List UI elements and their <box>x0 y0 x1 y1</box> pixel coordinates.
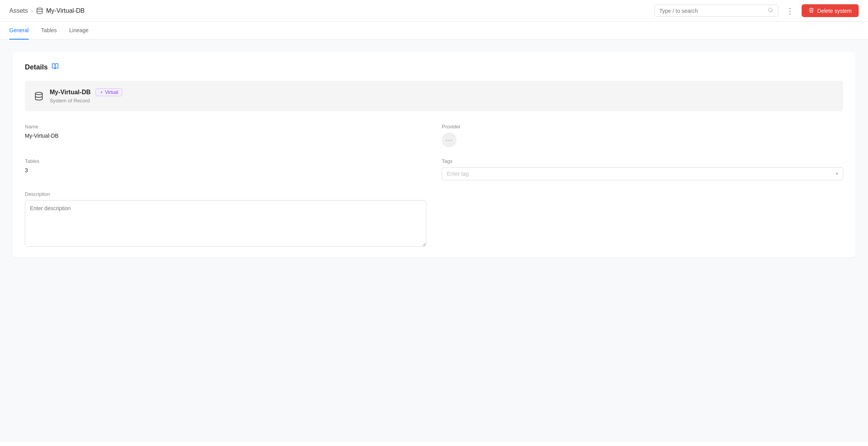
tab-general[interactable]: General <box>9 22 29 40</box>
svg-point-0 <box>37 8 42 10</box>
search-box[interactable] <box>654 5 778 17</box>
description-textarea[interactable] <box>25 200 426 247</box>
virtual-badge: ⚬ Virtual <box>95 88 123 96</box>
more-options-button[interactable]: ⋮ <box>783 5 797 17</box>
database-icon <box>36 7 43 14</box>
breadcrumb: Assets › My-Virtual-DB <box>9 7 85 14</box>
search-input[interactable] <box>659 8 765 14</box>
field-tables: Tables 3 <box>25 158 426 180</box>
tags-label: Tags <box>442 158 843 164</box>
field-tags: Tags Enter tag ▾ <box>442 158 843 180</box>
trash-icon <box>809 7 814 14</box>
tab-tables[interactable]: Tables <box>41 22 57 40</box>
header-right: ⋮ Delete system <box>654 4 859 17</box>
breadcrumb-current-label: My-Virtual-DB <box>46 7 85 14</box>
name-value: My-Virtual-DB <box>25 133 426 139</box>
field-name: Name My-Virtual-DB <box>25 124 426 147</box>
breadcrumb-chevron-icon: › <box>31 8 33 14</box>
db-card-name: My-Virtual-DB <box>50 89 91 96</box>
details-title-label: Details <box>25 63 48 71</box>
tab-lineage[interactable]: Lineage <box>69 22 89 40</box>
db-card: My-Virtual-DB ⚬ Virtual System of Record <box>25 81 843 111</box>
tags-chevron-icon: ▾ <box>836 171 838 176</box>
breadcrumb-current: My-Virtual-DB <box>36 7 85 14</box>
name-label: Name <box>25 124 426 130</box>
main-content: Details <box>0 40 868 442</box>
book-icon <box>52 63 59 71</box>
virtual-badge-icon: ⚬ <box>100 90 103 95</box>
section-title: Details <box>25 63 843 71</box>
tags-input[interactable]: Enter tag ▾ <box>442 167 843 180</box>
provider-label: Provider <box>442 124 843 130</box>
tabs-bar: General Tables Lineage <box>0 22 868 40</box>
tags-placeholder: Enter tag <box>447 171 469 177</box>
tables-value: 3 <box>25 167 426 173</box>
field-description: Description <box>25 191 426 247</box>
db-card-info: My-Virtual-DB ⚬ Virtual System of Record <box>50 88 122 104</box>
virtual-badge-label: Virtual <box>105 90 118 95</box>
tables-label: Tables <box>25 158 426 164</box>
field-provider: Provider ··· <box>442 124 843 147</box>
delete-system-label: Delete system <box>817 8 852 14</box>
breadcrumb-assets-link[interactable]: Assets <box>9 7 28 14</box>
search-icon <box>768 7 773 14</box>
provider-dots-button[interactable]: ··· <box>442 133 457 147</box>
db-card-subtitle: System of Record <box>50 98 122 104</box>
fields-grid: Name My-Virtual-DB Provider ··· Tables 3… <box>25 124 843 247</box>
details-section: Details <box>12 52 856 258</box>
delete-system-button[interactable]: Delete system <box>802 4 859 17</box>
svg-line-2 <box>772 11 773 12</box>
db-card-icon <box>34 92 43 101</box>
description-label: Description <box>25 191 426 197</box>
db-card-header: My-Virtual-DB ⚬ Virtual <box>50 88 122 96</box>
header: Assets › My-Virtual-DB <box>0 0 868 22</box>
svg-point-3 <box>35 92 42 95</box>
